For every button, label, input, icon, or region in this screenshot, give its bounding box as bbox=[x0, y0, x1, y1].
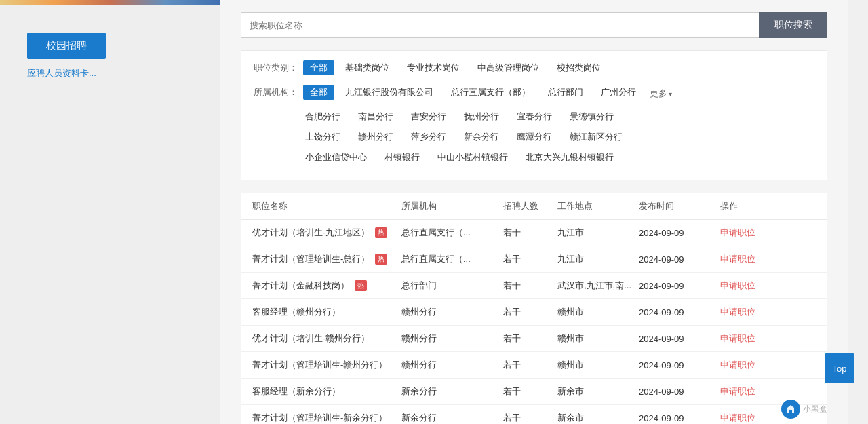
table-header: 职位名称 所属机构 招聘人数 工作地点 发布时间 操作 bbox=[241, 193, 827, 220]
org-tag-hq-dept[interactable]: 总行部门 bbox=[541, 85, 590, 100]
job-name: 菁才计划（管理培训生-赣州分行） bbox=[252, 359, 387, 371]
apply-link[interactable]: 申请职位 bbox=[720, 254, 755, 264]
hot-badge: 热 bbox=[355, 280, 367, 291]
job-org: 总行直属支行（... bbox=[401, 227, 503, 239]
type-tag-tech[interactable]: 专业技术岗位 bbox=[400, 60, 467, 75]
org-tag-fuzhou[interactable]: 抚州分行 bbox=[457, 109, 506, 124]
table-row: 菁才计划（管理培训生-总行）热 总行直属支行（... 若干 九江市 2024-0… bbox=[241, 246, 827, 273]
search-bar: 职位搜索 bbox=[241, 12, 827, 38]
org-tag-shangrao[interactable]: 上饶分行 bbox=[298, 130, 347, 144]
job-org: 赣州分行 bbox=[401, 359, 503, 371]
table-row: 客服经理（新余分行） 新余分行 若干 新余市 2024-09-09 申请职位 bbox=[241, 379, 827, 405]
job-name: 优才计划（培训生-九江地区） bbox=[252, 227, 370, 239]
job-location: 赣州市 bbox=[557, 332, 639, 345]
apply-link[interactable]: 申请职位 bbox=[720, 307, 755, 317]
type-filter-row: 职位类别： 全部 基础类岗位 专业技术岗位 中高级管理岗位 校招类岗位 bbox=[254, 60, 814, 78]
org-filter-row4: 小企业信贷中心 村镇银行 中山小榄村镇银行 北京大兴九银村镇银行 bbox=[254, 150, 814, 168]
org-tag-yingtan[interactable]: 鹰潭分行 bbox=[510, 130, 559, 144]
filter-section: 职位类别： 全部 基础类岗位 专业技术岗位 中高级管理岗位 校招类岗位 所属机构… bbox=[241, 50, 827, 180]
job-location: 九江市 bbox=[557, 227, 639, 239]
hot-badge: 热 bbox=[375, 254, 387, 265]
table-row: 优才计划（培训生-九江地区）热 总行直属支行（... 若干 九江市 2024-0… bbox=[241, 220, 827, 246]
org-more-button[interactable]: 更多 ▾ bbox=[650, 88, 672, 100]
job-name-cell: 菁才计划（管理培训生-赣州分行） bbox=[252, 359, 401, 371]
logo-watermark: 小黑盒 bbox=[781, 400, 827, 419]
job-count: 若干 bbox=[503, 306, 557, 318]
type-tag-campus[interactable]: 校招类岗位 bbox=[550, 60, 608, 75]
job-name: 菁才计划（金融科技岗） bbox=[252, 280, 349, 292]
org-tag-zhongshan[interactable]: 中山小榄村镇银行 bbox=[431, 150, 515, 165]
job-date: 2024-09-09 bbox=[639, 413, 720, 423]
org-tag-pingxiang[interactable]: 萍乡分行 bbox=[404, 130, 453, 144]
org-tag-ganzhou[interactable]: 赣州分行 bbox=[351, 130, 400, 144]
job-name-cell: 菁才计划（管理培训生-新余分行） bbox=[252, 412, 401, 424]
job-location: 武汉市,九江市,南... bbox=[557, 280, 639, 292]
applicant-link[interactable]: 应聘人员资料卡... bbox=[27, 67, 220, 79]
table-body: 优才计划（培训生-九江地区）热 总行直属支行（... 若干 九江市 2024-0… bbox=[241, 220, 827, 424]
job-location: 九江市 bbox=[557, 253, 639, 265]
job-date: 2024-09-09 bbox=[639, 307, 720, 317]
col-action: 操作 bbox=[720, 200, 774, 212]
org-tag-jian[interactable]: 吉安分行 bbox=[404, 109, 453, 124]
logo-icon bbox=[781, 400, 800, 419]
job-location: 赣州市 bbox=[557, 306, 639, 318]
org-tag-jiujiangbank[interactable]: 九江银行股份有限公司 bbox=[338, 85, 440, 100]
apply-link[interactable]: 申请职位 bbox=[720, 360, 755, 370]
hot-badge: 热 bbox=[375, 227, 387, 238]
job-org: 总行部门 bbox=[401, 280, 503, 292]
job-name-cell: 菁才计划（金融科技岗）热 bbox=[252, 280, 401, 292]
org-tag-rural-bank[interactable]: 村镇银行 bbox=[378, 150, 427, 165]
org-filter-row1: 所属机构： 全部 九江银行股份有限公司 总行直属支行（部） 总行部门 广州分行 … bbox=[254, 85, 814, 102]
search-button[interactable]: 职位搜索 bbox=[760, 12, 827, 38]
apply-link[interactable]: 申请职位 bbox=[720, 227, 755, 237]
col-date: 发布时间 bbox=[639, 200, 720, 212]
job-count: 若干 bbox=[503, 227, 557, 239]
search-input[interactable] bbox=[241, 12, 760, 38]
table-row: 菁才计划（金融科技岗）热 总行部门 若干 武汉市,九江市,南... 2024-0… bbox=[241, 273, 827, 299]
org-tag-hefei[interactable]: 合肥分行 bbox=[298, 109, 347, 124]
job-count: 若干 bbox=[503, 412, 557, 424]
job-org: 赣州分行 bbox=[401, 306, 503, 318]
apply-link[interactable]: 申请职位 bbox=[720, 386, 755, 396]
org-tag-hq-branch[interactable]: 总行直属支行（部） bbox=[444, 85, 537, 100]
type-tag-basic[interactable]: 基础类岗位 bbox=[338, 60, 396, 75]
campus-recruit-button[interactable]: 校园招聘 bbox=[27, 33, 106, 59]
job-count: 若干 bbox=[503, 359, 557, 371]
col-job-name: 职位名称 bbox=[252, 200, 401, 212]
job-name: 菁才计划（管理培训生-总行） bbox=[252, 253, 370, 265]
org-tag-jingdezhen[interactable]: 景德镇分行 bbox=[563, 109, 620, 124]
type-tag-senior[interactable]: 中高级管理岗位 bbox=[471, 60, 546, 75]
apply-link[interactable]: 申请职位 bbox=[720, 333, 755, 343]
org-tag-sme[interactable]: 小企业信贷中心 bbox=[298, 150, 374, 165]
org-tag-nanchang[interactable]: 南昌分行 bbox=[351, 109, 400, 124]
job-name: 优才计划（培训生-赣州分行） bbox=[252, 332, 370, 345]
chevron-down-icon: ▾ bbox=[669, 90, 672, 98]
org-tag-all[interactable]: 全部 bbox=[303, 85, 334, 100]
table-row: 优才计划（培训生-赣州分行） 赣州分行 若干 赣州市 2024-09-09 申请… bbox=[241, 326, 827, 352]
job-name: 客服经理（新余分行） bbox=[252, 385, 340, 398]
job-org: 新余分行 bbox=[401, 385, 503, 398]
job-date: 2024-09-09 bbox=[639, 360, 720, 370]
col-org: 所属机构 bbox=[401, 200, 503, 212]
org-tag-ganjiang[interactable]: 赣江新区分行 bbox=[563, 130, 629, 144]
apply-link[interactable]: 申请职位 bbox=[720, 412, 755, 423]
job-location: 新余市 bbox=[557, 412, 639, 424]
top-button[interactable]: Top bbox=[825, 353, 854, 383]
table-row: 菁才计划（管理培训生-新余分行） 新余分行 若干 新余市 2024-09-09 … bbox=[241, 405, 827, 424]
job-count: 若干 bbox=[503, 332, 557, 345]
job-date: 2024-09-09 bbox=[639, 228, 720, 238]
left-sidebar: 校园招聘 应聘人员资料卡... bbox=[0, 0, 220, 424]
job-date: 2024-09-09 bbox=[639, 387, 720, 397]
org-tag-xinyu[interactable]: 新余分行 bbox=[457, 130, 506, 144]
org-more-label: 更多 bbox=[650, 88, 667, 100]
org-tag-guangzhou[interactable]: 广州分行 bbox=[594, 85, 643, 100]
org-tag-beijing[interactable]: 北京大兴九银村镇银行 bbox=[519, 150, 620, 165]
apply-link[interactable]: 申请职位 bbox=[720, 280, 755, 290]
org-filter-tags-row1: 全部 九江银行股份有限公司 总行直属支行（部） 总行部门 广州分行 更多 ▾ bbox=[303, 85, 672, 102]
org-tag-yichun[interactable]: 宜春分行 bbox=[510, 109, 559, 124]
job-location: 新余市 bbox=[557, 385, 639, 398]
job-name: 菁才计划（管理培训生-新余分行） bbox=[252, 412, 387, 424]
type-tag-all[interactable]: 全部 bbox=[303, 60, 334, 75]
job-name-cell: 客服经理（新余分行） bbox=[252, 385, 401, 398]
main-content: 职位搜索 职位类别： 全部 基础类岗位 专业技术岗位 中高级管理岗位 校招类岗位… bbox=[220, 0, 848, 424]
